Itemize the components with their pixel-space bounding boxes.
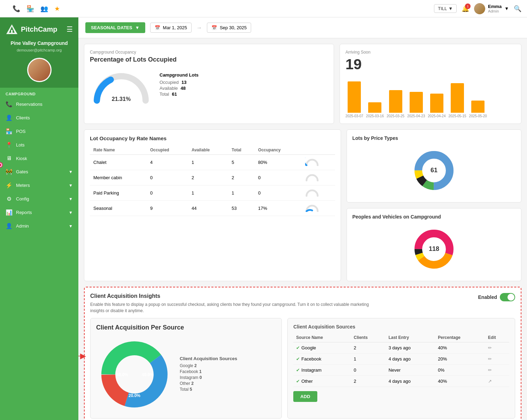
section-arrow: ──▶ bbox=[78, 351, 86, 360]
campground-email: demouser@pitchcamp.org bbox=[17, 48, 62, 52]
second-row: Lot Occupancy by Rate Names Rate Name Oc… bbox=[84, 129, 521, 281]
user-chevron-icon: ▼ bbox=[504, 6, 509, 11]
col-last-entry: Last Entry bbox=[386, 333, 435, 342]
lots-title: Campground Lots bbox=[160, 72, 199, 78]
sidebar-item-meters[interactable]: ⚡ Meters ▼ bbox=[0, 179, 78, 192]
sidebar-item-kiosk[interactable]: 🖥 Kiosk bbox=[0, 152, 78, 165]
bar-group: 2025-05-15 bbox=[448, 83, 466, 118]
bar-group: 2025-03-16 bbox=[366, 102, 384, 118]
user-role: Admin bbox=[488, 9, 502, 13]
edit-icon[interactable]: ✏ bbox=[488, 356, 492, 362]
col-rate-name: Rate Name bbox=[90, 145, 147, 155]
phone-sidebar-icon: 📞 bbox=[6, 101, 13, 108]
sidebar-item-label: Reports bbox=[16, 210, 32, 215]
campground-lots: Campground Lots Occupied 13 Available 48… bbox=[160, 72, 199, 97]
edit-icon[interactable]: ↗ bbox=[488, 379, 492, 384]
bar bbox=[410, 92, 423, 113]
cell-last-entry: 4 days ago bbox=[386, 354, 435, 365]
lots-price-donut: 61 bbox=[352, 144, 516, 197]
cell-edit[interactable]: ↗ bbox=[485, 376, 509, 387]
cell-total: 5 bbox=[228, 155, 255, 170]
col-percentage: Percentage bbox=[435, 333, 485, 342]
sidebar-section-label: CAMPGROUND bbox=[0, 88, 78, 97]
sidebar-item-label: Config bbox=[16, 196, 29, 201]
cell-clients: 1 bbox=[351, 354, 386, 365]
star-icon[interactable]: ★ bbox=[54, 5, 60, 13]
cell-last-entry: Never bbox=[386, 365, 435, 376]
svg-text:40.0%: 40.0% bbox=[116, 372, 128, 377]
lots-icon: 📍 bbox=[6, 142, 13, 148]
col-arc bbox=[302, 145, 335, 155]
people-icon[interactable]: 👥 bbox=[40, 5, 48, 13]
legend-row: Instagram 0 bbox=[180, 375, 237, 380]
config-icon: ⚙ bbox=[6, 196, 13, 202]
calendar-icon-end: 📅 bbox=[211, 25, 217, 30]
bar-group: 2025-04-23 bbox=[407, 92, 425, 118]
sidebar-item-config[interactable]: ⚙ Config ▼ bbox=[0, 192, 78, 206]
chevron-down-icon: ▼ bbox=[69, 197, 73, 201]
cell-edit[interactable]: ✏ bbox=[485, 354, 509, 365]
sidebar-logo: PitchCamp ☰ bbox=[6, 23, 73, 35]
bar-label: 2025-03-07 bbox=[346, 114, 363, 118]
cell-arc bbox=[302, 185, 335, 201]
sidebar-item-clients[interactable]: 👤 Clients bbox=[0, 111, 78, 125]
sidebar-item-label: Admin bbox=[16, 223, 29, 229]
cell-percentage: 20% bbox=[435, 354, 485, 365]
legend-row: Facebook 1 bbox=[180, 369, 237, 374]
cell-edit[interactable]: ✏ bbox=[485, 342, 509, 354]
bar bbox=[368, 102, 381, 113]
search-icon[interactable]: 🔍 bbox=[514, 5, 521, 13]
table-row: Seasonal 9 44 53 17% bbox=[90, 201, 335, 216]
arriving-card: Arriving Soon 19 2025-03-07 2025-03-16 bbox=[340, 44, 521, 124]
total-row: Total 61 bbox=[160, 92, 199, 97]
store-icon[interactable]: 🏪 bbox=[26, 5, 34, 13]
bar bbox=[430, 94, 443, 113]
svg-rect-2 bbox=[11, 30, 13, 33]
table-row: Member cabin 0 2 2 0 bbox=[90, 170, 335, 185]
cell-last-entry: 4 days ago bbox=[386, 376, 435, 387]
client-chart-title: Client Acquisition Per Source bbox=[96, 324, 276, 331]
client-table-card: Client Acquisition Sources Source Name C… bbox=[287, 318, 515, 419]
sidebar-item-reservations[interactable]: 📞 Reservations bbox=[0, 97, 78, 111]
user-info[interactable]: Emma Admin ▼ bbox=[474, 3, 509, 14]
campground-name: Pine Valley Campground bbox=[10, 40, 68, 46]
till-button[interactable]: TILL ▼ bbox=[434, 4, 457, 13]
legend-value: 2 bbox=[191, 381, 194, 386]
available-row: Available 48 bbox=[160, 86, 199, 91]
seasonal-dates-button[interactable]: SEASONAL DATES ▼ bbox=[85, 22, 145, 33]
total-value: 61 bbox=[172, 92, 177, 97]
cell-clients: 0 bbox=[351, 365, 386, 376]
start-date-input[interactable]: 📅 Mar 1, 2025 bbox=[150, 23, 192, 33]
check-icon: ✔ bbox=[296, 367, 300, 373]
chevron-down-icon: ▼ bbox=[69, 183, 73, 188]
notification-bell[interactable]: 🔔 1 bbox=[462, 5, 469, 13]
enabled-toggle[interactable] bbox=[500, 293, 515, 301]
app-name: PitchCamp bbox=[21, 25, 57, 33]
till-chevron-icon: ▼ bbox=[448, 6, 453, 11]
cell-edit[interactable]: ✏ bbox=[485, 365, 509, 376]
bar-label: 2025-04-24 bbox=[428, 114, 445, 118]
bar-label: 2025-05-15 bbox=[448, 114, 466, 118]
hamburger-menu[interactable]: ☰ bbox=[67, 25, 73, 33]
phone-icon[interactable]: 📞 bbox=[13, 5, 20, 13]
edit-icon[interactable]: ✏ bbox=[488, 367, 492, 373]
sidebar-item-lots[interactable]: 📍 Lots bbox=[0, 138, 78, 152]
end-date-input[interactable]: 📅 Sep 30, 2025 bbox=[207, 23, 251, 33]
sidebar-item-reports[interactable]: 📊 Reports ▼ bbox=[0, 206, 78, 219]
sidebar-item-admin[interactable]: 👤 Admin ▼ bbox=[0, 219, 78, 233]
cell-source: ✔Facebook bbox=[293, 354, 351, 365]
add-button[interactable]: ADD bbox=[293, 391, 317, 402]
cell-occupancy: 17% bbox=[255, 201, 302, 216]
notification-badge: 1 bbox=[465, 3, 471, 9]
sidebar-item-gates[interactable]: 🚧 Gates ▼ bbox=[0, 165, 78, 179]
cell-name: Seasonal bbox=[90, 201, 147, 216]
bar-chart: 2025-03-07 2025-03-16 2025-03-25 20 bbox=[346, 76, 516, 118]
col-total: Total bbox=[228, 145, 255, 155]
available-label: Available bbox=[160, 86, 178, 91]
cell-arc bbox=[302, 170, 335, 185]
sidebar-item-pos[interactable]: 🏪 POS bbox=[0, 125, 78, 138]
edit-icon[interactable]: ✏ bbox=[488, 345, 492, 350]
cell-last-entry: 3 days ago bbox=[386, 342, 435, 354]
client-acquisition-section: ──▶ Client Acquisition Insights Enable t… bbox=[84, 287, 521, 420]
legend-title: Client Acquisition Sources bbox=[180, 356, 237, 361]
